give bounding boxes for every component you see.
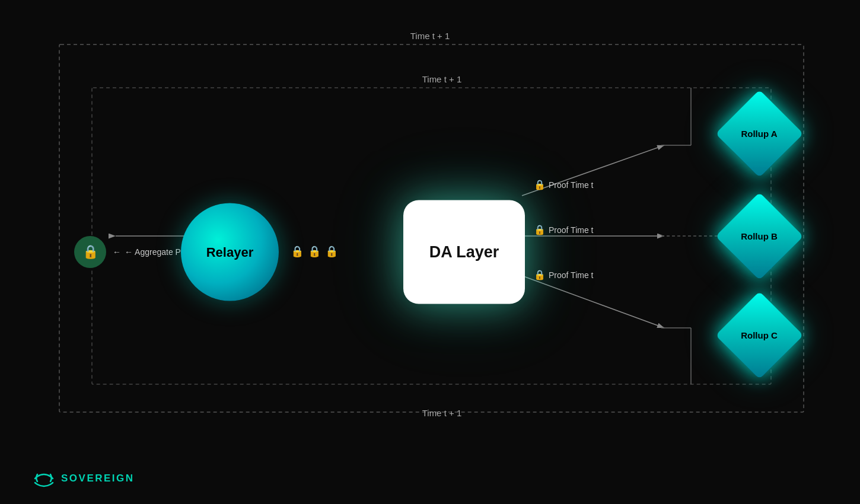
lock-icon-3: 🔒 <box>325 245 338 258</box>
relayer-node: Relayer <box>181 203 279 301</box>
rollup-b-label: Rollup B <box>741 231 778 241</box>
lock-icon-2: 🔒 <box>308 245 321 258</box>
inner-time-label-top: Time t + 1 <box>422 74 462 84</box>
small-locks-group: 🔒 🔒 🔒 <box>291 245 338 258</box>
proof-lock-icon-1: 🔒 <box>534 179 546 190</box>
rollup-b-node: Rollup B <box>721 197 798 275</box>
inner-time-label-bottom: Time t + 1 <box>422 408 462 418</box>
proof-lock-icon-2: 🔒 <box>534 224 546 235</box>
sovereign-brand: SOVEREIGN <box>33 470 135 487</box>
proof-label-2: 🔒 Proof Time t <box>534 224 593 235</box>
sovereign-logo-icon <box>33 470 55 487</box>
rollup-c-label: Rollup C <box>741 330 778 340</box>
da-layer-node: DA Layer <box>403 200 525 304</box>
rollup-a-label: Rollup A <box>741 129 777 139</box>
lock-icon-1: 🔒 <box>291 245 304 258</box>
aggregate-lock-icon: 🔒 <box>74 236 106 268</box>
rollup-a-node: Rollup A <box>721 95 798 172</box>
sovereign-brand-name: SOVEREIGN <box>61 473 135 484</box>
rollup-c-node: Rollup C <box>721 296 798 374</box>
proof-label-1: 🔒 Proof Time t <box>534 179 593 190</box>
proof-label-3: 🔒 Proof Time t <box>534 269 593 280</box>
proof-lock-icon-3: 🔒 <box>534 269 546 280</box>
outer-time-label-top: Time t + 1 <box>410 31 450 41</box>
svg-line-4 <box>522 276 664 328</box>
